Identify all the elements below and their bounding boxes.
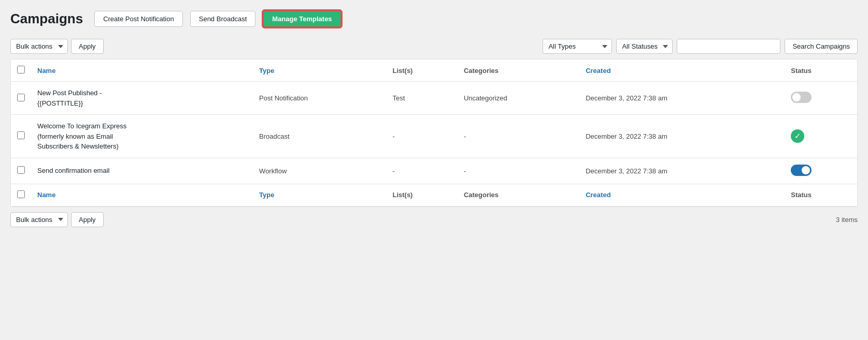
row-type-2: Broadcast [253, 115, 386, 158]
footer-col-name[interactable]: Name [31, 184, 253, 206]
bulk-actions-bottom-group: Bulk actions Apply [10, 212, 104, 227]
table-footer-row: Name Type List(s) Categories Created Sta… [11, 184, 857, 206]
row-lists-1: Test [386, 82, 457, 115]
manage-templates-button[interactable]: Manage Templates [263, 10, 341, 27]
row-created-1: December 3, 2022 7:38 am [579, 82, 785, 115]
footer-col-lists: List(s) [386, 184, 457, 206]
col-header-created[interactable]: Created [579, 60, 785, 82]
select-all-footer-header [11, 184, 31, 206]
select-all-header [11, 60, 31, 82]
items-count: 3 items [836, 216, 858, 224]
toggle-track-3 [791, 165, 812, 176]
col-header-status: Status [785, 60, 857, 82]
col-header-name[interactable]: Name [31, 60, 253, 82]
row-created-3: December 3, 2022 7:38 am [579, 158, 785, 184]
table-row: Send confirmation emailWorkflow--Decembe… [11, 158, 857, 184]
footer-col-type[interactable]: Type [253, 184, 386, 206]
campaigns-table: Name Type List(s) Categories Created Sta… [11, 60, 857, 206]
all-types-dropdown[interactable]: All Types Post Notification Broadcast Wo… [543, 39, 612, 54]
col-header-type[interactable]: Type [253, 60, 386, 82]
row-categories-1: Uncategorized [458, 82, 579, 115]
toggle-thumb-1 [792, 93, 801, 101]
apply-button-top[interactable]: Apply [71, 39, 104, 54]
row-status-1[interactable] [785, 82, 857, 115]
toggle-switch-3[interactable] [791, 165, 812, 176]
table-row: Welcome To Icegram Express (formerly kno… [11, 115, 857, 158]
apply-button-bottom[interactable]: Apply [71, 212, 104, 227]
table-row: New Post Published - {{POSTTITLE}}Post N… [11, 82, 857, 115]
row-name-1: New Post Published - {{POSTTITLE}} [31, 82, 253, 115]
row-status-3[interactable] [785, 158, 857, 184]
select-all-footer-checkbox[interactable] [17, 190, 25, 198]
row-name-2: Welcome To Icegram Express (formerly kno… [31, 115, 253, 158]
toolbar-right: All Types Post Notification Broadcast Wo… [543, 39, 858, 54]
row-checkbox-1[interactable] [17, 94, 25, 101]
row-status-2[interactable]: ✓ [785, 115, 857, 158]
row-categories-3: - [458, 158, 579, 184]
toggle-track-1 [791, 92, 812, 103]
search-campaigns-input[interactable] [677, 39, 780, 54]
campaigns-table-wrapper: Name Type List(s) Categories Created Sta… [10, 59, 858, 207]
row-categories-2: - [458, 115, 579, 158]
row-created-2: December 3, 2022 7:38 am [579, 115, 785, 158]
row-type-1: Post Notification [253, 82, 386, 115]
row-checkbox-3[interactable] [17, 166, 25, 174]
col-header-lists: List(s) [386, 60, 457, 82]
page-title: Campaigns [10, 11, 83, 27]
row-lists-2: - [386, 115, 457, 158]
top-toolbar: Bulk actions Apply All Types Post Notifi… [10, 39, 858, 54]
bottom-bar: Bulk actions Apply 3 items [10, 212, 858, 227]
search-campaigns-button[interactable]: Search Campaigns [785, 39, 858, 54]
row-type-3: Workflow [253, 158, 386, 184]
footer-col-categories: Categories [458, 184, 579, 206]
create-post-notification-button[interactable]: Create Post Notification [94, 11, 183, 27]
row-checkbox-2[interactable] [17, 131, 25, 139]
footer-col-status: Status [785, 184, 857, 206]
footer-col-created[interactable]: Created [579, 184, 785, 206]
bulk-actions-group: Bulk actions Apply [10, 39, 104, 54]
row-lists-3: - [386, 158, 457, 184]
all-statuses-dropdown[interactable]: All Statuses Active Inactive Sent [616, 39, 673, 54]
toggle-switch-1[interactable] [791, 92, 812, 103]
table-header-row: Name Type List(s) Categories Created Sta… [11, 60, 857, 82]
col-header-categories: Categories [458, 60, 579, 82]
row-name-3: Send confirmation email [31, 158, 253, 184]
send-broadcast-button[interactable]: Send Broadcast [190, 11, 256, 27]
check-circle-icon-2: ✓ [791, 129, 804, 143]
select-all-checkbox[interactable] [17, 66, 25, 73]
page-header: Campaigns Create Post Notification Send … [10, 10, 858, 27]
toggle-thumb-3 [802, 166, 810, 174]
bulk-actions-dropdown[interactable]: Bulk actions [10, 39, 68, 54]
bulk-actions-dropdown-bottom[interactable]: Bulk actions [10, 212, 68, 227]
